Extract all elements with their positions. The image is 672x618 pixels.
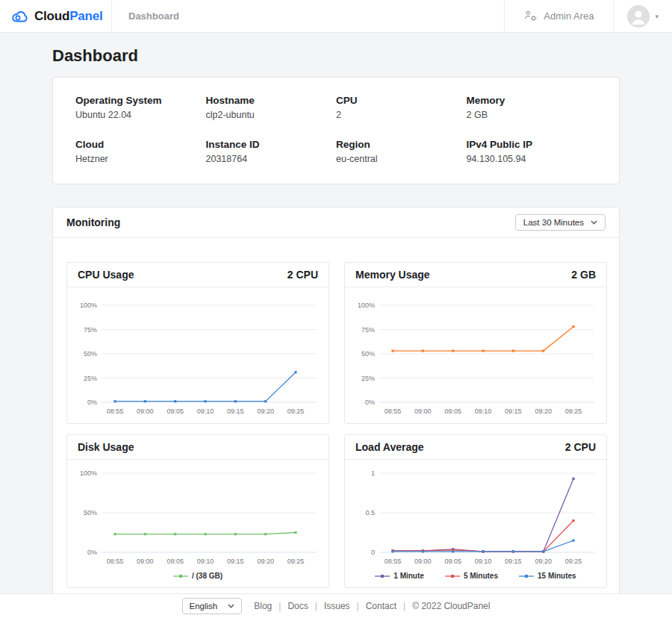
legend-marker-icon: [519, 573, 534, 579]
chevron-down-icon: [228, 604, 234, 608]
monitoring-card: Monitoring Last 30 Minutes CPU Usage 2 C…: [52, 207, 620, 593]
svg-text:0%: 0%: [87, 399, 97, 406]
user-menu-button[interactable]: ▾: [613, 0, 672, 32]
svg-text:09:10: 09:10: [197, 408, 214, 415]
svg-text:08:55: 08:55: [385, 408, 402, 415]
language-select[interactable]: English: [182, 598, 243, 614]
memory-usage-chart: 0%25%50%75%100%08:5509:0009:0509:1009:15…: [345, 287, 606, 423]
info-field-cpu: CPU 2: [336, 95, 467, 120]
chart-annotation: 2 GB: [571, 269, 596, 281]
svg-text:08:55: 08:55: [107, 558, 124, 565]
svg-text:0.5: 0.5: [365, 509, 375, 516]
svg-text:09:10: 09:10: [197, 558, 214, 565]
footer-link-contact[interactable]: Contact: [366, 601, 396, 611]
info-field-memory: Memory 2 GB: [467, 95, 597, 120]
brand-logo[interactable]: CloudPanel: [0, 0, 112, 32]
copyright-text: © 2022 CloudPanel: [412, 601, 490, 611]
svg-text:09:25: 09:25: [565, 408, 582, 415]
footer-separator: |: [315, 601, 317, 611]
avatar: [627, 5, 650, 28]
load-average-chart: 00.5108:5509:0009:0509:1009:1509:2009:25…: [345, 460, 606, 587]
svg-text:09:20: 09:20: [535, 408, 552, 415]
time-range-select[interactable]: Last 30 Minutes: [515, 214, 606, 231]
footer-link-blog[interactable]: Blog: [254, 601, 272, 611]
info-field-hostname: Hostname clp2-ubuntu: [206, 95, 337, 120]
footer-separator: |: [279, 601, 281, 611]
page-title: Dashboard: [52, 33, 620, 66]
footer-link-docs[interactable]: Docs: [287, 601, 308, 611]
svg-text:09:15: 09:15: [505, 558, 522, 565]
footer-separator: |: [357, 601, 359, 611]
legend-marker-icon: [445, 573, 460, 579]
admin-area-button[interactable]: Admin Area: [504, 0, 613, 32]
svg-text:09:05: 09:05: [167, 558, 184, 565]
chart-annotation: 2 CPU: [565, 441, 596, 453]
svg-text:50%: 50%: [84, 509, 97, 516]
disk-usage-chart-card: Disk Usage 0%50%100%08:5509:0009:0509:10…: [66, 434, 329, 588]
legend-item: 1 Minute: [375, 572, 424, 580]
chart-annotation: 2 CPU: [287, 269, 318, 281]
svg-text:09:25: 09:25: [565, 558, 582, 565]
svg-text:09:00: 09:00: [414, 408, 432, 415]
breadcrumb: Dashboard: [112, 0, 179, 32]
info-field-cloud: Cloud Hetzner: [75, 139, 206, 164]
svg-text:50%: 50%: [84, 350, 97, 358]
svg-text:50%: 50%: [361, 350, 375, 358]
svg-text:25%: 25%: [84, 375, 97, 382]
svg-text:100%: 100%: [358, 302, 375, 309]
svg-text:09:10: 09:10: [475, 408, 492, 415]
chart-title: CPU Usage: [78, 269, 134, 281]
svg-text:09:20: 09:20: [257, 558, 274, 565]
svg-text:08:55: 08:55: [107, 408, 124, 415]
legend-item: 5 Minutes: [445, 572, 498, 580]
chevron-down-icon: ▾: [655, 13, 659, 20]
svg-text:09:00: 09:00: [137, 408, 154, 415]
info-field-instance-id: Instance ID 20318764: [206, 139, 337, 164]
svg-text:100%: 100%: [80, 302, 97, 309]
svg-text:09:15: 09:15: [227, 558, 244, 565]
users-gear-icon: [524, 10, 538, 22]
monitoring-header: Monitoring Last 30 Minutes: [53, 207, 619, 238]
legend-marker-icon: [375, 573, 390, 579]
svg-text:09:00: 09:00: [137, 558, 154, 565]
svg-text:25%: 25%: [361, 375, 375, 382]
footer-separator: |: [403, 601, 405, 611]
footer: English Blog|Docs|Issues|Contact|© 2022 …: [0, 593, 672, 618]
legend-marker-icon: [173, 573, 188, 579]
load-average-chart-card: Load Average 2 CPU 00.5108:5509:0009:050…: [344, 434, 607, 588]
legend-item: / (38 GB): [173, 572, 223, 580]
info-field-ipv4: IPv4 Public IP 94.130.105.94: [467, 139, 597, 164]
svg-text:75%: 75%: [361, 326, 375, 334]
disk-usage-chart: 0%50%100%08:5509:0009:0509:1009:1509:200…: [67, 460, 329, 587]
cpu-usage-chart-card: CPU Usage 2 CPU 0%25%50%75%100%08:5509:0…: [66, 262, 329, 424]
svg-text:08:55: 08:55: [385, 558, 402, 565]
cpu-usage-chart: 0%25%50%75%100%08:5509:0009:0509:1009:15…: [67, 287, 329, 423]
info-field-region: Region eu-central: [336, 139, 467, 164]
svg-text:09:15: 09:15: [505, 408, 522, 415]
svg-text:09:10: 09:10: [475, 558, 492, 565]
svg-text:09:25: 09:25: [287, 408, 305, 415]
svg-text:09:05: 09:05: [444, 558, 461, 565]
svg-text:0%: 0%: [365, 399, 375, 406]
chart-title: Load Average: [355, 441, 424, 453]
chevron-down-icon: [591, 220, 597, 225]
svg-text:0: 0: [371, 549, 375, 556]
memory-usage-chart-card: Memory Usage 2 GB 0%25%50%75%100%08:5509…: [344, 262, 607, 424]
svg-text:09:05: 09:05: [444, 408, 461, 415]
info-field-os: Operating System Ubuntu 22.04: [75, 95, 206, 120]
navbar: CloudPanel Dashboard Admin Area ▾: [0, 0, 672, 33]
svg-text:100%: 100%: [80, 469, 97, 477]
chart-title: Memory Usage: [355, 269, 430, 281]
svg-text:09:20: 09:20: [535, 558, 552, 565]
main-content: Dashboard Operating System Ubuntu 22.04 …: [0, 33, 672, 593]
footer-links: Blog|Docs|Issues|Contact|© 2022 CloudPan…: [254, 601, 490, 611]
svg-text:09:20: 09:20: [257, 408, 274, 415]
chart-title: Disk Usage: [78, 441, 134, 453]
footer-link-issues[interactable]: Issues: [324, 601, 350, 611]
svg-text:09:05: 09:05: [167, 408, 184, 415]
svg-text:09:15: 09:15: [227, 408, 244, 415]
svg-text:09:25: 09:25: [287, 558, 305, 565]
svg-text:0%: 0%: [87, 549, 97, 556]
svg-text:1: 1: [371, 469, 375, 477]
monitoring-charts: CPU Usage 2 CPU 0%25%50%75%100%08:5509:0…: [53, 238, 619, 593]
